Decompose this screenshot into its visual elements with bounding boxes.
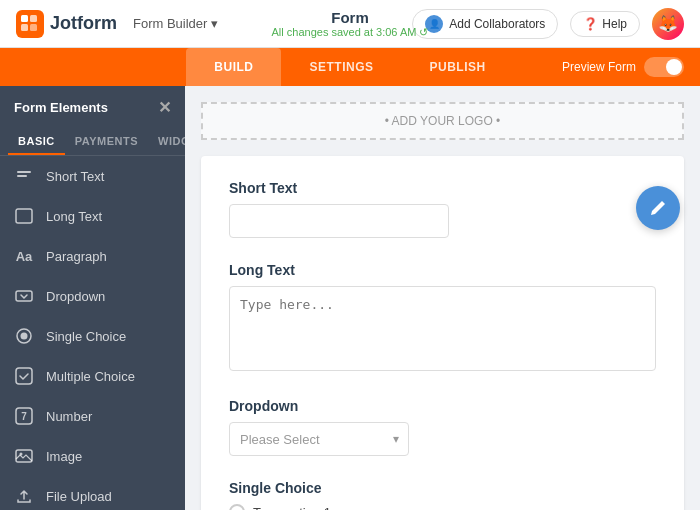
paragraph-label: Paragraph <box>46 249 107 264</box>
tab-publish[interactable]: PUBLISH <box>402 48 514 86</box>
help-icon: ❓ <box>583 17 598 31</box>
svg-rect-5 <box>17 175 27 177</box>
sidebar-items-list: Short Text Long Text Aa Paragraph <box>0 156 185 510</box>
preview-switch[interactable] <box>644 57 684 77</box>
multiple-choice-icon <box>14 366 34 386</box>
logo[interactable]: Jotform <box>16 10 117 38</box>
preview-label: Preview Form <box>562 60 636 74</box>
app-header: Jotform Form Builder ▾ Form All changes … <box>0 0 700 48</box>
logo-icon <box>16 10 44 38</box>
help-label: Help <box>602 17 627 31</box>
sidebar-header: Form Elements ✕ <box>0 86 185 129</box>
header-center: Form All changes saved at 3:06 AM ↺ <box>272 9 429 39</box>
image-icon <box>14 446 34 466</box>
preview-toggle[interactable]: Preview Form <box>562 57 684 77</box>
svg-rect-1 <box>30 15 37 22</box>
sidebar-tabs: BASIC PAYMENTS WIDGETS <box>0 129 185 156</box>
number-icon: 7 <box>14 406 34 426</box>
sidebar-tab-payments[interactable]: PAYMENTS <box>65 129 148 155</box>
tab-build[interactable]: BUILD <box>186 48 281 86</box>
dropdown-wrapper: Please Select ▾ <box>229 422 409 456</box>
sidebar-item-single-choice[interactable]: Single Choice <box>0 316 185 356</box>
chevron-down-icon: ▾ <box>211 16 218 31</box>
single-choice-field-label: Single Choice <box>229 480 656 496</box>
long-text-icon <box>14 206 34 226</box>
add-logo-text: • ADD YOUR LOGO • <box>385 114 501 128</box>
svg-rect-6 <box>16 209 32 223</box>
logo-text: Jotform <box>50 13 117 34</box>
long-text-label: Long Text <box>46 209 102 224</box>
dropdown-icon <box>14 286 34 306</box>
save-status: All changes saved at 3:06 AM ↺ <box>272 26 429 39</box>
header-right: 👤 Add Collaborators ❓ Help 🦊 <box>412 8 684 40</box>
add-logo-bar[interactable]: • ADD YOUR LOGO • <box>201 102 684 140</box>
sidebar-item-dropdown[interactable]: Dropdown <box>0 276 185 316</box>
multiple-choice-label: Multiple Choice <box>46 369 135 384</box>
single-choice-label: Single Choice <box>46 329 126 344</box>
main-layout: Form Elements ✕ BASIC PAYMENTS WIDGETS S… <box>0 86 700 510</box>
single-choice-icon <box>14 326 34 346</box>
sidebar-item-short-text[interactable]: Short Text <box>0 156 185 196</box>
radio-option-1[interactable]: Type option 1 <box>229 504 656 510</box>
dropdown-select[interactable]: Please Select <box>229 422 409 456</box>
long-text-field-label: Long Text <box>229 262 656 278</box>
svg-text:7: 7 <box>21 411 27 422</box>
dropdown-field-label: Dropdown <box>229 398 656 414</box>
short-text-field: Short Text <box>229 180 656 238</box>
short-text-icon <box>14 166 34 186</box>
form-canvas: • ADD YOUR LOGO • Short Text Long Text D… <box>185 86 700 510</box>
sidebar-item-image[interactable]: Image <box>0 436 185 476</box>
sidebar: Form Elements ✕ BASIC PAYMENTS WIDGETS S… <box>0 86 185 510</box>
svg-rect-2 <box>21 24 28 31</box>
toggle-knob <box>666 59 682 75</box>
tab-settings[interactable]: SETTINGS <box>281 48 401 86</box>
help-button[interactable]: ❓ Help <box>570 11 640 37</box>
svg-rect-4 <box>17 171 31 173</box>
sidebar-item-number[interactable]: 7 Number <box>0 396 185 436</box>
short-text-label: Short Text <box>46 169 104 184</box>
number-label: Number <box>46 409 92 424</box>
paragraph-icon: Aa <box>14 246 34 266</box>
single-choice-field: Single Choice Type option 1 Type option … <box>229 480 656 510</box>
canvas-wrapper: • ADD YOUR LOGO • Short Text Long Text D… <box>185 86 700 510</box>
add-collaborators-button[interactable]: 👤 Add Collaborators <box>412 9 558 39</box>
long-text-input[interactable] <box>229 286 656 371</box>
sidebar-item-multiple-choice[interactable]: Multiple Choice <box>0 356 185 396</box>
sidebar-close-button[interactable]: ✕ <box>158 98 171 117</box>
svg-rect-7 <box>16 291 32 301</box>
short-text-input[interactable] <box>229 204 449 238</box>
sidebar-item-file-upload[interactable]: File Upload <box>0 476 185 510</box>
header-left: Jotform Form Builder ▾ <box>16 10 226 38</box>
image-label: Image <box>46 449 82 464</box>
radio-label-1: Type option 1 <box>253 505 331 511</box>
form-title: Form <box>272 9 429 26</box>
dropdown-field: Dropdown Please Select ▾ <box>229 398 656 456</box>
sidebar-tab-basic[interactable]: BASIC <box>8 129 65 155</box>
short-text-field-label: Short Text <box>229 180 656 196</box>
form-card: Short Text Long Text Dropdown Please Sel… <box>201 156 684 510</box>
svg-point-9 <box>21 333 28 340</box>
form-builder-button[interactable]: Form Builder ▾ <box>125 12 226 35</box>
form-builder-label: Form Builder <box>133 16 207 31</box>
long-text-field: Long Text <box>229 262 656 374</box>
add-collaborators-label: Add Collaborators <box>449 17 545 31</box>
svg-rect-3 <box>30 24 37 31</box>
file-upload-label: File Upload <box>46 489 112 504</box>
user-avatar[interactable]: 🦊 <box>652 8 684 40</box>
sidebar-item-paragraph[interactable]: Aa Paragraph <box>0 236 185 276</box>
file-upload-icon <box>14 486 34 506</box>
sidebar-title: Form Elements <box>14 100 108 115</box>
dropdown-label: Dropdown <box>46 289 105 304</box>
svg-rect-0 <box>21 15 28 22</box>
sidebar-item-long-text[interactable]: Long Text <box>0 196 185 236</box>
svg-rect-10 <box>16 368 32 384</box>
nav-bar: BUILD SETTINGS PUBLISH Preview Form <box>0 48 700 86</box>
edit-fab-button[interactable] <box>636 186 680 230</box>
radio-circle-1 <box>229 504 245 510</box>
